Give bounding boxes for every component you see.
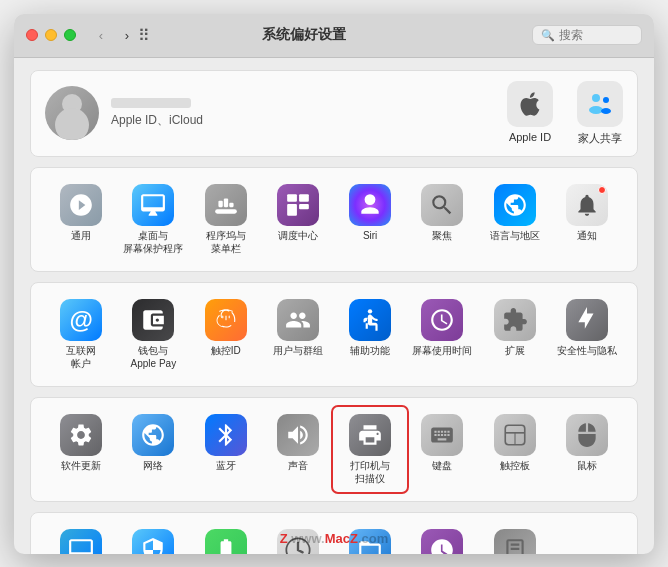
touchid-label: 触控ID [211, 344, 241, 357]
screentime-icon [421, 299, 463, 341]
svg-point-0 [592, 94, 600, 102]
pref-item-touchid[interactable]: 触控ID [190, 293, 262, 376]
svg-rect-10 [287, 203, 297, 215]
pref-item-mouse[interactable]: 鼠标 [551, 408, 623, 491]
pref-item-sharing[interactable]: 共享 [334, 523, 406, 554]
pref-item-bluetooth[interactable]: 蓝牙 [190, 408, 262, 491]
svg-rect-11 [299, 203, 309, 208]
general-label: 通用 [71, 229, 91, 242]
mission-label: 调度中心 [278, 229, 318, 242]
pref-item-desktop[interactable]: 桌面与 屏幕保护程序 [117, 178, 189, 261]
internet-label: 互联网 帐户 [66, 344, 96, 370]
security-icon [566, 299, 608, 341]
extensions-icon [494, 299, 536, 341]
pref-item-battery[interactable]: 电池 [190, 523, 262, 554]
profile-sub-label: Apple ID、iCloud [111, 112, 507, 129]
pref-item-dock[interactable]: 程序坞与 菜单栏 [190, 178, 262, 261]
wallet-icon [132, 299, 174, 341]
printer-icon [349, 414, 391, 456]
svg-rect-5 [218, 200, 222, 207]
pref-item-printer[interactable]: 打印机与 扫描仪 [334, 408, 406, 491]
pref-item-trackpad[interactable]: 触控板 [479, 408, 551, 491]
content-area: Apple ID、iCloud Apple ID [14, 58, 654, 554]
family-sharing-button[interactable]: 家人共享 [577, 81, 623, 146]
pref-item-language[interactable]: 语言与地区 [479, 178, 551, 261]
search-input[interactable] [559, 28, 639, 42]
svg-point-1 [603, 97, 609, 103]
svg-rect-6 [223, 198, 227, 207]
svg-rect-7 [229, 202, 233, 206]
sound-icon [277, 414, 319, 456]
maximize-button[interactable] [64, 29, 76, 41]
screentime-label: 屏幕使用时间 [412, 344, 472, 357]
pref-item-screentime[interactable]: 屏幕使用时间 [406, 293, 478, 376]
minimize-button[interactable] [45, 29, 57, 41]
pref-section-1: 通用 桌面与 屏幕保护程序 程序坞与 菜单栏 [30, 167, 638, 272]
titlebar: ‹ › ⠿ 系统偏好设置 🔍 [14, 14, 654, 58]
profile-section: Apple ID、iCloud Apple ID [30, 70, 638, 157]
pref-grid-4: 显示器 随航 电池 [45, 523, 623, 554]
software-label: 软件更新 [61, 459, 101, 472]
pref-item-airdrop[interactable]: 随航 [117, 523, 189, 554]
notifications-label: 通知 [577, 229, 597, 242]
spotlight-label: 聚焦 [432, 229, 452, 242]
keyboard-icon [421, 414, 463, 456]
security-label: 安全性与隐私 [557, 344, 617, 357]
pref-item-spotlight[interactable]: 聚焦 [406, 178, 478, 261]
pref-item-internet[interactable]: @ 互联网 帐户 [45, 293, 117, 376]
pref-grid-2: @ 互联网 帐户 钱包与 Apple Pay 触控ID [45, 293, 623, 376]
desktop-icon [132, 184, 174, 226]
pref-item-timemachine[interactable]: 时间机器 [406, 523, 478, 554]
spotlight-icon [421, 184, 463, 226]
extensions-label: 扩展 [505, 344, 525, 357]
notifications-icon [566, 184, 608, 226]
touchid-icon [205, 299, 247, 341]
trackpad-icon [494, 414, 536, 456]
pref-item-mission[interactable]: 调度中心 [262, 178, 334, 261]
pref-item-general[interactable]: 通用 [45, 178, 117, 261]
pref-item-accessibility[interactable]: 辅助功能 [334, 293, 406, 376]
battery-icon [205, 529, 247, 554]
svg-point-2 [589, 106, 603, 114]
pref-item-displays[interactable]: 显示器 [45, 523, 117, 554]
pref-item-software[interactable]: 软件更新 [45, 408, 117, 491]
sound-label: 声音 [288, 459, 308, 472]
datetime-icon: 17 [277, 529, 319, 554]
pref-item-extensions[interactable]: 扩展 [479, 293, 551, 376]
svg-rect-9 [299, 194, 309, 202]
pref-item-wallet[interactable]: 钱包与 Apple Pay [117, 293, 189, 376]
mouse-icon [566, 414, 608, 456]
apple-id-icon [507, 81, 553, 127]
pref-item-startup[interactable]: 启动磁盘 [479, 523, 551, 554]
search-box[interactable]: 🔍 [532, 25, 642, 45]
pref-item-users[interactable]: 用户与群组 [262, 293, 334, 376]
pref-grid-1: 通用 桌面与 屏幕保护程序 程序坞与 菜单栏 [45, 178, 623, 261]
apple-id-button[interactable]: Apple ID [507, 81, 553, 146]
profile-actions: Apple ID 家人共享 [507, 81, 623, 146]
dock-icon [205, 184, 247, 226]
network-icon [132, 414, 174, 456]
language-label: 语言与地区 [490, 229, 540, 242]
users-icon [277, 299, 319, 341]
svg-point-3 [601, 108, 611, 114]
airdrop-icon [132, 529, 174, 554]
pref-item-sound[interactable]: 声音 [262, 408, 334, 491]
pref-item-datetime[interactable]: 17 日期与时间 [262, 523, 334, 554]
pref-item-keyboard[interactable]: 键盘 [406, 408, 478, 491]
general-icon [60, 184, 102, 226]
accessibility-label: 辅助功能 [350, 344, 390, 357]
desktop-label: 桌面与 屏幕保护程序 [123, 229, 183, 255]
close-button[interactable] [26, 29, 38, 41]
pref-item-network[interactable]: 网络 [117, 408, 189, 491]
traffic-lights [26, 29, 76, 41]
bluetooth-label: 蓝牙 [216, 459, 236, 472]
window-title: 系统偏好设置 [76, 26, 532, 44]
family-sharing-icon [577, 81, 623, 127]
mission-icon [277, 184, 319, 226]
displays-icon [60, 529, 102, 554]
pref-item-security[interactable]: 安全性与隐私 [551, 293, 623, 376]
apple-id-label: Apple ID [509, 131, 551, 143]
siri-icon [349, 184, 391, 226]
pref-item-siri[interactable]: Siri [334, 178, 406, 261]
pref-item-notifications[interactable]: 通知 [551, 178, 623, 261]
